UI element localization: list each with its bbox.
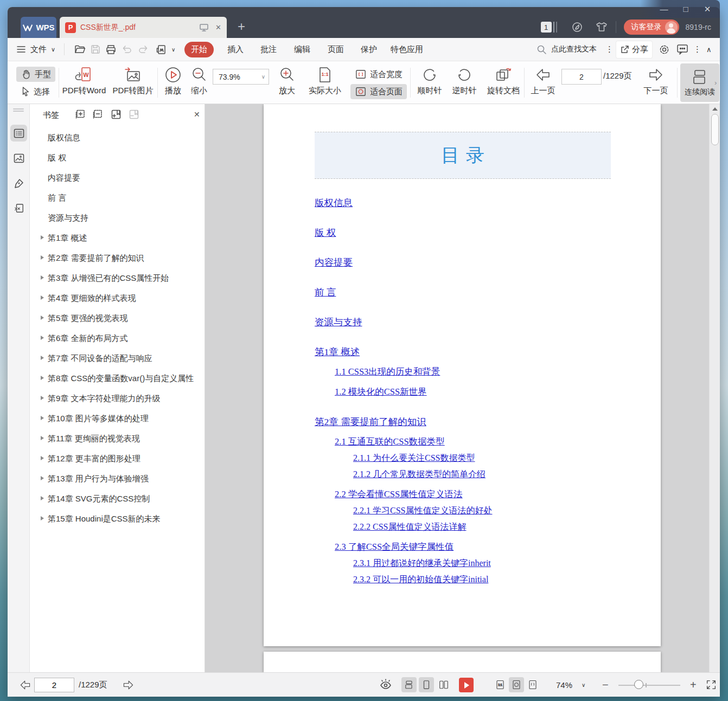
toc-link[interactable]: 2.3.1 用过都说好的继承关键字inherit [353,558,491,568]
tab-home[interactable]: 开始 [184,42,214,57]
eye-protect-icon[interactable] [379,678,393,691]
fullscreen-icon[interactable] [705,679,717,691]
statusbar-zoom-dropdown-icon[interactable]: ∨ [582,673,585,697]
zoom-in-button[interactable]: 放大 [274,66,299,96]
bookmark-item[interactable]: 第13章 用户行为与体验增强 [30,469,205,489]
toc-link[interactable]: 2.3 了解CSS全局关键字属性值 [335,542,454,552]
bookmark-item[interactable]: 第4章 更细致的样式表现 [30,288,205,308]
bookmark-item[interactable]: 第9章 文本字符处理能力的升级 [30,389,205,409]
rotate-document-button[interactable]: 旋转文档 [483,66,524,96]
document-tab[interactable]: P CSS新世界_.pdf ✕ [60,17,227,38]
statusbar-actual-size-button[interactable]: 1:1 [493,677,508,692]
statusbar-prev-page-button[interactable] [18,678,32,692]
scrollbar-thumb[interactable] [711,114,719,145]
zoom-slider-thumb[interactable] [634,680,643,689]
rotate-clockwise-button[interactable]: 顺时针 [413,66,446,96]
caret-right-icon[interactable] [41,516,44,520]
bookmark-item[interactable]: 第10章 图片等多媒体的处理 [30,409,205,429]
pdf-to-word-button[interactable]: W PDF转Word [61,66,107,96]
actual-size-button[interactable]: 1:1 实际大小 [306,66,344,96]
wps-home-tab[interactable]: WPS [21,17,56,38]
caret-right-icon[interactable] [41,416,44,420]
rotate-counterclockwise-button[interactable]: 逆时针 [448,66,481,96]
leaf-circle-icon[interactable] [571,21,583,33]
toc-link[interactable]: 2.3.2 可以一用的初始值关键字initial [353,575,488,584]
next-page-button[interactable]: 下一页 [640,66,672,96]
toc-link[interactable]: 资源与支持 [315,317,362,327]
new-tab-button[interactable]: + [238,19,245,34]
continuous-reading-button[interactable]: 连续阅读 [680,63,719,102]
bookmark-item[interactable]: 前 言 [30,188,205,208]
toc-link[interactable]: 2.2.1 学习CSS属性值定义语法的好处 [353,506,492,515]
caret-right-icon[interactable] [41,275,44,280]
pdf-to-image-button[interactable]: PDF转图片 [111,66,155,96]
zoom-slider-minus[interactable]: − [602,673,609,697]
bookmark-item[interactable]: 第2章 需要提前了解的知识 [30,248,205,268]
zoom-slider-track[interactable] [618,685,680,686]
scroll-up-icon[interactable] [712,107,718,111]
toc-link[interactable]: 第2章 需要提前了解的知识 [315,416,426,427]
presentation-mode-icon[interactable] [199,23,209,32]
tab-protect[interactable]: 保护 [361,38,377,61]
share-button[interactable]: 分享 [616,41,652,58]
toc-link[interactable]: 1.2 模块化的CSS新世界 [335,387,427,397]
bookmark-item[interactable]: 第1章 概述 [30,228,205,248]
bookmark-item[interactable]: 第7章 不同设备的适配与响应 [30,349,205,369]
panel-close-icon[interactable]: ✕ [194,110,200,119]
bookmark-item[interactable]: 第12章 更丰富的图形处理 [30,449,205,469]
toc-link[interactable]: 2.1.1 为什么要关注CSS数据类型 [353,453,475,462]
export-word-icon[interactable] [155,38,167,61]
caret-right-icon[interactable] [41,496,44,500]
bookmark-item[interactable]: 版 权 [30,148,205,168]
statusbar-zoom-value[interactable]: 74% [556,673,572,697]
tab-featured-apps[interactable]: 特色应用 [391,38,423,61]
bookmark-item[interactable]: 第6章 全新的布局方式 [30,329,205,349]
tab-insert[interactable]: 插入 [227,38,244,61]
remove-bookmark-icon[interactable] [129,109,139,120]
open-file-icon[interactable] [74,38,86,61]
vertical-scrollbar[interactable] [709,104,720,672]
search-icon[interactable] [537,38,547,61]
collapse-all-icon[interactable] [92,109,103,120]
facing-pages-mode-button[interactable] [436,677,451,692]
undo-icon[interactable] [122,38,132,61]
toc-link[interactable]: 2.1 互通互联的CSS数据类型 [335,436,445,447]
bookmark-item[interactable]: 第8章 CSS的变量函数var()与自定义属性 [30,369,205,389]
bookmark-item[interactable]: 第5章 更强的视觉表现 [30,308,205,329]
statusbar-page-input[interactable]: 2 [34,678,74,692]
tab-edit[interactable]: 编辑 [294,38,310,61]
toc-link[interactable]: 内容提要 [315,257,353,268]
bookmark-item[interactable]: 资源与支持 [30,208,205,228]
toc-link[interactable]: 第1章 概述 [315,346,360,357]
bookmark-panel-icon[interactable] [10,125,27,142]
caret-right-icon[interactable] [41,255,44,260]
document-count-badge[interactable]: 1 [541,22,552,33]
images-panel-icon[interactable] [10,150,27,166]
toc-link[interactable]: 2.1.2 几个常见数据类型的简单介绍 [353,470,486,479]
fit-width-button[interactable]: 适合宽度 [350,67,407,82]
print-icon[interactable] [105,38,117,61]
caret-right-icon[interactable] [41,476,44,480]
statusbar-fit-width-button[interactable] [525,677,540,692]
hamburger-menu-icon[interactable] [16,38,26,61]
tab-comment[interactable]: 批注 [260,38,277,61]
caret-right-icon[interactable] [41,316,44,320]
caret-right-icon[interactable] [41,456,44,460]
statusbar-fit-page-button[interactable] [509,677,524,692]
tab-page[interactable]: 页面 [328,38,344,61]
guest-login-button[interactable]: 访客登录 [624,20,679,35]
comment-bubble-icon[interactable] [676,38,688,61]
toc-link[interactable]: 2.2.2 CSS属性值定义语法详解 [353,522,466,531]
redo-icon[interactable] [138,38,149,61]
bookmark-item[interactable]: 第15章 Houdini是CSS新的未来 [30,509,205,529]
search-input[interactable]: 点此查找文本 [551,38,597,61]
hand-tool-button[interactable]: 手型 [16,67,55,82]
bookmark-item[interactable]: 内容提要 [30,168,205,188]
bookmark-item[interactable]: 第14章 SVG元素的CSS控制 [30,489,205,509]
zoom-dropdown-icon[interactable]: ∨ [261,74,269,80]
toolbar-collapse-icon[interactable]: › [714,79,717,87]
expand-all-icon[interactable] [75,109,86,120]
toc-link[interactable]: 版权信息 [315,197,353,208]
to-word-panel-icon[interactable] [10,200,27,216]
statusbar-play-button[interactable] [459,678,474,692]
